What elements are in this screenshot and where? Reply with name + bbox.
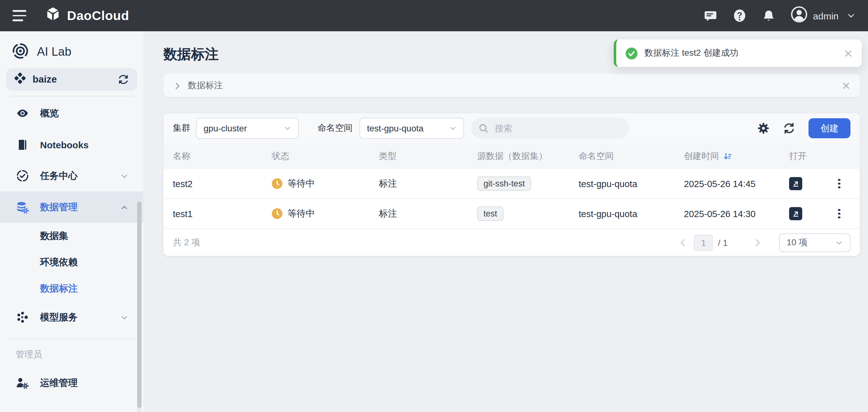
col-source[interactable]: 源数据（数据集） [477,150,579,162]
col-name[interactable]: 名称 [173,150,272,162]
sidebar-item-data-management[interactable]: 数据管理 [0,192,144,223]
breadcrumb-chevron-icon[interactable] [173,81,182,90]
pagination-next-icon[interactable] [753,238,762,247]
toast-message: 数据标注 test2 创建成功 [644,47,738,59]
success-check-icon [626,47,638,59]
col-namespace[interactable]: 命名空间 [579,150,684,162]
search-box[interactable] [471,117,629,139]
kebab-menu-icon[interactable] [838,209,840,218]
cell-created: 2025-05-26 14:45 [684,179,789,188]
col-created[interactable]: 创建时间 [684,150,719,162]
breadcrumb: 数据标注 [188,80,223,91]
chevron-down-icon [120,313,128,321]
col-open[interactable]: 打开 [789,150,828,162]
sidebar-item-overview[interactable]: 概览 [0,98,144,129]
cluster-select[interactable]: gpu-cluster [196,117,299,139]
hamburger-menu-icon[interactable] [12,10,28,21]
open-external-icon[interactable] [789,177,802,190]
task-check-icon [16,170,29,182]
product-header: AI Lab [0,31,144,60]
namespace-label: 命名空间 [317,123,352,134]
cell-namespace: test-gpu-quota [579,179,684,188]
workspace-icon [14,73,26,87]
filter-bar: 集群 gpu-cluster 命名空间 test-gpu-quota [163,113,860,143]
search-icon [478,123,489,133]
brand-logo[interactable]: DaoCloud [44,6,129,25]
sidebar-subitem-data-annotation[interactable]: 数据标注 [0,275,144,302]
sidebar-item-notebooks[interactable]: Notebooks [0,129,144,160]
kebab-menu-icon[interactable] [838,179,840,188]
switch-workspace-icon[interactable] [118,74,129,85]
app-window: DaoCloud ? [0,0,868,412]
cell-namespace: test-gpu-quota [579,209,684,219]
eye-icon [16,107,29,119]
toast-close-icon[interactable] [844,48,853,58]
table-row[interactable]: test1 等待中 标注 test test-gpu-quota 2025-05… [163,199,860,229]
person-gear-icon [16,377,29,389]
svg-text:?: ? [737,10,742,20]
database-gear-icon [16,201,29,214]
refresh-icon[interactable] [783,122,795,135]
sort-desc-icon[interactable] [723,152,732,161]
cell-name: test2 [173,179,272,188]
cell-type: 标注 [379,208,477,219]
cell-status: 等待中 [287,208,315,219]
chat-icon[interactable] [704,9,717,22]
dataset-tag[interactable]: git-ssh-test [477,176,531,191]
breadcrumb-panel: 数据标注 [163,74,860,97]
chevron-down-icon [449,125,457,132]
cell-name: test1 [173,209,272,219]
table-row[interactable]: test2 等待中 标注 git-ssh-test test-gpu-quota… [163,169,860,199]
workspace-selector[interactable]: baize [6,68,137,91]
sidebar-subitem-env-dependencies[interactable]: 环境依赖 [0,249,144,275]
sidebar-item-task-center[interactable]: 任务中心 [0,160,144,192]
sidebar-menu: 概览 Notebooks [0,96,144,333]
user-menu[interactable]: admin [791,6,856,25]
table-header: 名称 状态 类型 源数据（数据集） 命名空间 创建时间 [163,143,860,169]
top-bar: DaoCloud ? [0,0,868,31]
namespace-select-value: test-gpu-quota [367,123,424,133]
panel-close-icon[interactable] [842,81,850,90]
success-toast: 数据标注 test2 创建成功 [614,39,862,67]
avatar [791,6,807,25]
user-menu-chevron-icon [847,11,856,20]
cell-status: 等待中 [287,178,315,190]
total-count: 共 2 项 [173,237,200,248]
data-annotation-card: 集群 gpu-cluster 命名空间 test-gpu-quota [163,113,860,256]
page-total: / 1 [718,237,728,247]
sidebar-subitem-datasets[interactable]: 数据集 [0,223,144,249]
ai-lab-icon [12,42,29,62]
cell-created: 2025-05-26 14:30 [684,209,789,219]
pagination-prev-icon[interactable] [679,238,688,247]
product-name: AI Lab [37,45,71,59]
node-graph-icon [16,311,29,323]
chevron-down-icon [120,172,128,180]
open-external-icon[interactable] [789,207,802,220]
page-size-value: 10 项 [786,237,808,248]
pending-clock-icon [272,208,282,219]
sidebar: AI Lab baize [0,31,144,412]
page-number-input[interactable] [694,234,713,250]
book-icon [16,139,29,150]
col-type[interactable]: 类型 [379,150,477,162]
main-content: 数据标注 数据标注 集群 gpu-cluster 命 [144,31,868,412]
chevron-up-icon [120,203,128,211]
sidebar-section-label: 管理员 [0,339,144,360]
page-size-select[interactable]: 10 项 [779,233,850,252]
settings-gear-icon[interactable] [757,122,770,135]
create-button[interactable]: 创建 [808,118,850,138]
cluster-label: 集群 [173,123,190,134]
sidebar-item-ops-management[interactable]: 运维管理 [0,367,144,399]
col-status[interactable]: 状态 [272,150,379,162]
help-icon[interactable]: ? [733,9,746,23]
daocloud-cube-icon [44,6,61,25]
bell-icon[interactable] [762,9,775,22]
brand-name: DaoCloud [67,8,129,23]
cell-type: 标注 [379,178,477,190]
sidebar-item-model-services[interactable]: 模型服务 [0,302,144,333]
username: admin [813,10,839,21]
search-input[interactable] [494,123,613,134]
dataset-tag[interactable]: test [477,206,503,221]
chevron-down-icon [835,239,843,246]
namespace-select[interactable]: test-gpu-quota [360,117,464,139]
